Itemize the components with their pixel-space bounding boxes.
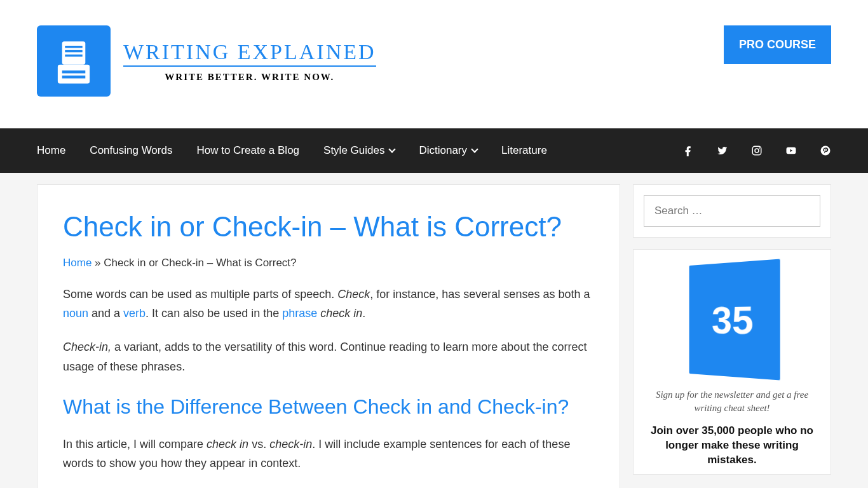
svg-rect-1 <box>62 41 86 65</box>
svg-point-9 <box>759 147 760 149</box>
nav-label: Dictionary <box>419 144 467 157</box>
promo-caption: Sign up for the newsletter and get a fre… <box>640 388 824 415</box>
breadcrumb: Home » Check in or Check-in – What is Co… <box>63 257 594 269</box>
social-icons <box>682 145 831 156</box>
sidebar: 35 Sign up for the newsletter and get a … <box>633 184 831 475</box>
svg-point-8 <box>755 149 759 152</box>
breadcrumb-home[interactable]: Home <box>63 257 92 269</box>
link-noun[interactable]: noun <box>63 307 88 320</box>
main-nav: Home Confusing Words How to Create a Blo… <box>0 128 868 173</box>
facebook-icon[interactable] <box>682 145 694 156</box>
chevron-down-icon <box>471 146 478 152</box>
nav-label: Confusing Words <box>90 144 172 157</box>
nav-confusing-words[interactable]: Confusing Words <box>90 144 172 157</box>
svg-rect-4 <box>65 55 82 57</box>
breadcrumb-current: Check in or Check-in – What is Correct? <box>104 257 296 269</box>
svg-rect-5 <box>62 71 86 74</box>
newsletter-promo[interactable]: 35 Sign up for the newsletter and get a … <box>633 249 831 475</box>
nav-label: How to Create a Blog <box>196 144 299 157</box>
pro-course-button[interactable]: PRO COURSE <box>724 25 831 64</box>
nav-links: Home Confusing Words How to Create a Blo… <box>37 144 547 157</box>
twitter-icon[interactable] <box>717 145 728 156</box>
link-verb[interactable]: verb <box>123 307 146 320</box>
site-title: WRITING EXPLAINED <box>123 40 376 67</box>
site-tagline: WRITE BETTER. WRITE NOW. <box>123 72 376 83</box>
youtube-icon[interactable] <box>785 145 797 156</box>
logo-icon <box>37 25 111 97</box>
svg-rect-2 <box>65 46 82 48</box>
site-header: WRITING EXPLAINED WRITE BETTER. WRITE NO… <box>0 0 868 128</box>
paragraph: Check-in, a variant, adds to the versati… <box>63 337 594 376</box>
breadcrumb-sep: » <box>92 257 104 269</box>
nav-dictionary[interactable]: Dictionary <box>419 144 477 157</box>
logo-area[interactable]: WRITING EXPLAINED WRITE BETTER. WRITE NO… <box>37 25 376 97</box>
book-icon: 35 <box>689 259 780 380</box>
instagram-icon[interactable] <box>751 145 763 156</box>
link-phrase[interactable]: phrase <box>282 307 317 320</box>
pinterest-icon[interactable] <box>820 145 831 156</box>
paragraph: Some words can be used as multiple parts… <box>63 285 594 323</box>
search-widget <box>633 184 831 238</box>
nav-label: Style Guides <box>323 144 384 157</box>
content-area: Check in or Check-in – What is Correct? … <box>0 173 868 488</box>
chevron-down-icon <box>389 146 396 152</box>
nav-style-guides[interactable]: Style Guides <box>323 144 395 157</box>
svg-rect-6 <box>62 76 86 79</box>
svg-point-11 <box>821 146 831 156</box>
section-heading: What is the Difference Between Check in … <box>63 394 594 421</box>
nav-home[interactable]: Home <box>37 144 65 157</box>
svg-rect-0 <box>58 65 90 84</box>
promo-headline: Join over 35,000 people who no longer ma… <box>640 424 824 468</box>
article: Check in or Check-in – What is Correct? … <box>37 184 620 488</box>
article-title: Check in or Check-in – What is Correct? <box>63 210 594 244</box>
nav-label: Literature <box>501 144 547 157</box>
nav-create-blog[interactable]: How to Create a Blog <box>196 144 299 157</box>
paragraph: In this article, I will compare check in… <box>63 435 594 473</box>
svg-rect-3 <box>65 50 82 52</box>
nav-literature[interactable]: Literature <box>501 144 547 157</box>
logo-text: WRITING EXPLAINED WRITE BETTER. WRITE NO… <box>123 40 376 83</box>
nav-label: Home <box>37 144 65 157</box>
search-input[interactable] <box>644 195 820 227</box>
